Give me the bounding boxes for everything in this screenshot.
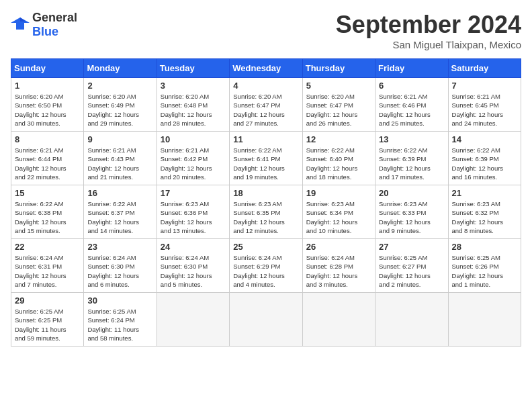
day-number: 5 (306, 81, 371, 91)
day-info: Sunrise: 6:23 AM Sunset: 6:35 PM Dayligh… (233, 199, 298, 235)
day-info: Sunrise: 6:20 AM Sunset: 6:47 PM Dayligh… (306, 92, 371, 128)
day-number: 20 (379, 188, 444, 198)
day-info: Sunrise: 6:22 AM Sunset: 6:39 PM Dayligh… (379, 146, 444, 181)
day-number: 16 (87, 188, 152, 198)
day-info: Sunrise: 6:25 AM Sunset: 6:27 PM Dayligh… (379, 253, 444, 289)
header-sunday: Sunday (11, 59, 84, 78)
calendar-cell: 27Sunrise: 6:25 AM Sunset: 6:27 PM Dayli… (375, 239, 448, 293)
calendar-cell: 19Sunrise: 6:23 AM Sunset: 6:34 PM Dayli… (302, 185, 375, 239)
calendar-cell: 2Sunrise: 6:20 AM Sunset: 6:49 PM Daylig… (84, 78, 157, 132)
day-number: 7 (452, 81, 517, 91)
header-friday: Friday (375, 59, 448, 78)
calendar-cell: 25Sunrise: 6:24 AM Sunset: 6:29 PM Dayli… (230, 239, 302, 293)
day-number: 8 (15, 134, 80, 144)
calendar-cell: 20Sunrise: 6:23 AM Sunset: 6:33 PM Dayli… (375, 185, 448, 239)
title-area: September 2024 San Miguel Tlaixpan, Mexi… (336, 11, 521, 50)
calendar-cell: 5Sunrise: 6:20 AM Sunset: 6:47 PM Daylig… (302, 78, 375, 132)
day-info: Sunrise: 6:22 AM Sunset: 6:37 PM Dayligh… (87, 199, 152, 235)
header-tuesday: Tuesday (157, 59, 229, 78)
calendar-cell: 11Sunrise: 6:22 AM Sunset: 6:41 PM Dayli… (230, 132, 302, 185)
calendar-cell: 18Sunrise: 6:23 AM Sunset: 6:35 PM Dayli… (230, 185, 302, 239)
day-info: Sunrise: 6:20 AM Sunset: 6:47 PM Dayligh… (233, 92, 298, 128)
calendar-cell (375, 293, 448, 347)
day-info: Sunrise: 6:23 AM Sunset: 6:33 PM Dayligh… (379, 199, 444, 235)
day-info: Sunrise: 6:24 AM Sunset: 6:29 PM Dayligh… (233, 253, 298, 289)
day-info: Sunrise: 6:24 AM Sunset: 6:30 PM Dayligh… (161, 253, 226, 289)
day-info: Sunrise: 6:23 AM Sunset: 6:36 PM Dayligh… (161, 199, 226, 235)
calendar-cell: 22Sunrise: 6:24 AM Sunset: 6:31 PM Dayli… (11, 239, 84, 293)
logo-blue: Blue (32, 25, 58, 38)
day-number: 23 (87, 242, 152, 252)
day-number: 1 (15, 81, 80, 91)
header-monday: Monday (84, 59, 157, 78)
day-info: Sunrise: 6:21 AM Sunset: 6:43 PM Dayligh… (87, 146, 152, 181)
day-info: Sunrise: 6:25 AM Sunset: 6:25 PM Dayligh… (15, 307, 80, 342)
calendar-cell: 12Sunrise: 6:22 AM Sunset: 6:40 PM Dayli… (302, 132, 375, 185)
calendar-cell: 21Sunrise: 6:23 AM Sunset: 6:32 PM Dayli… (448, 185, 521, 239)
day-number: 28 (452, 242, 517, 252)
calendar-week-row-5: 29Sunrise: 6:25 AM Sunset: 6:25 PM Dayli… (11, 293, 521, 347)
day-info: Sunrise: 6:20 AM Sunset: 6:48 PM Dayligh… (161, 92, 226, 128)
day-number: 9 (87, 134, 152, 144)
calendar-cell: 13Sunrise: 6:22 AM Sunset: 6:39 PM Dayli… (375, 132, 448, 185)
day-info: Sunrise: 6:21 AM Sunset: 6:42 PM Dayligh… (161, 146, 226, 181)
day-info: Sunrise: 6:24 AM Sunset: 6:28 PM Dayligh… (306, 253, 371, 289)
calendar-week-row-1: 1Sunrise: 6:20 AM Sunset: 6:50 PM Daylig… (11, 78, 521, 132)
logo-general: General (32, 11, 77, 24)
day-number: 22 (15, 242, 80, 252)
day-number: 15 (15, 188, 80, 198)
header-saturday: Saturday (448, 59, 521, 78)
calendar-table: Sunday Monday Tuesday Wednesday Thursday… (11, 58, 521, 347)
day-number: 25 (233, 242, 298, 252)
calendar-cell: 17Sunrise: 6:23 AM Sunset: 6:36 PM Dayli… (157, 185, 229, 239)
day-number: 2 (87, 81, 152, 91)
header-wednesday: Wednesday (230, 59, 302, 78)
day-info: Sunrise: 6:22 AM Sunset: 6:38 PM Dayligh… (15, 199, 80, 235)
day-number: 11 (233, 134, 298, 144)
day-number: 13 (379, 134, 444, 144)
day-number: 26 (306, 242, 371, 252)
day-info: Sunrise: 6:21 AM Sunset: 6:45 PM Dayligh… (452, 92, 517, 128)
day-info: Sunrise: 6:24 AM Sunset: 6:31 PM Dayligh… (15, 253, 80, 289)
day-info: Sunrise: 6:20 AM Sunset: 6:49 PM Dayligh… (87, 92, 152, 128)
calendar-cell (302, 293, 375, 347)
day-number: 17 (161, 188, 226, 198)
calendar-cell: 15Sunrise: 6:22 AM Sunset: 6:38 PM Dayli… (11, 185, 84, 239)
logo-text: General Blue (32, 11, 77, 39)
day-info: Sunrise: 6:25 AM Sunset: 6:26 PM Dayligh… (452, 253, 517, 289)
calendar-cell (448, 293, 521, 347)
calendar-cell: 30Sunrise: 6:25 AM Sunset: 6:24 PM Dayli… (84, 293, 157, 347)
day-info: Sunrise: 6:25 AM Sunset: 6:24 PM Dayligh… (87, 307, 152, 342)
calendar-week-row-4: 22Sunrise: 6:24 AM Sunset: 6:31 PM Dayli… (11, 239, 521, 293)
day-info: Sunrise: 6:22 AM Sunset: 6:39 PM Dayligh… (452, 146, 517, 181)
day-number: 24 (161, 242, 226, 252)
calendar-week-row-2: 8Sunrise: 6:21 AM Sunset: 6:44 PM Daylig… (11, 132, 521, 185)
page-header: General Blue September 2024 San Miguel T… (11, 11, 521, 50)
calendar-cell: 8Sunrise: 6:21 AM Sunset: 6:44 PM Daylig… (11, 132, 84, 185)
day-info: Sunrise: 6:23 AM Sunset: 6:34 PM Dayligh… (306, 199, 371, 235)
calendar-cell: 29Sunrise: 6:25 AM Sunset: 6:25 PM Dayli… (11, 293, 84, 347)
location-subtitle: San Miguel Tlaixpan, Mexico (336, 39, 521, 50)
calendar-cell (230, 293, 302, 347)
calendar-cell: 6Sunrise: 6:21 AM Sunset: 6:46 PM Daylig… (375, 78, 448, 132)
calendar-cell: 24Sunrise: 6:24 AM Sunset: 6:30 PM Dayli… (157, 239, 229, 293)
day-number: 29 (15, 295, 80, 306)
day-info: Sunrise: 6:20 AM Sunset: 6:50 PM Dayligh… (15, 92, 80, 128)
header-thursday: Thursday (302, 59, 375, 78)
calendar-cell: 14Sunrise: 6:22 AM Sunset: 6:39 PM Dayli… (448, 132, 521, 185)
calendar-cell: 7Sunrise: 6:21 AM Sunset: 6:45 PM Daylig… (448, 78, 521, 132)
calendar-cell: 9Sunrise: 6:21 AM Sunset: 6:43 PM Daylig… (84, 132, 157, 185)
day-info: Sunrise: 6:24 AM Sunset: 6:30 PM Dayligh… (87, 253, 152, 289)
calendar-cell: 28Sunrise: 6:25 AM Sunset: 6:26 PM Dayli… (448, 239, 521, 293)
day-number: 30 (87, 295, 152, 306)
calendar-cell: 26Sunrise: 6:24 AM Sunset: 6:28 PM Dayli… (302, 239, 375, 293)
calendar-cell: 16Sunrise: 6:22 AM Sunset: 6:37 PM Dayli… (84, 185, 157, 239)
days-header-row: Sunday Monday Tuesday Wednesday Thursday… (11, 59, 521, 78)
calendar-cell (157, 293, 229, 347)
calendar-cell: 23Sunrise: 6:24 AM Sunset: 6:30 PM Dayli… (84, 239, 157, 293)
day-info: Sunrise: 6:21 AM Sunset: 6:46 PM Dayligh… (379, 92, 444, 128)
logo-graphic (11, 16, 30, 34)
day-info: Sunrise: 6:23 AM Sunset: 6:32 PM Dayligh… (452, 199, 517, 235)
day-number: 14 (452, 134, 517, 144)
day-info: Sunrise: 6:22 AM Sunset: 6:40 PM Dayligh… (306, 146, 371, 181)
